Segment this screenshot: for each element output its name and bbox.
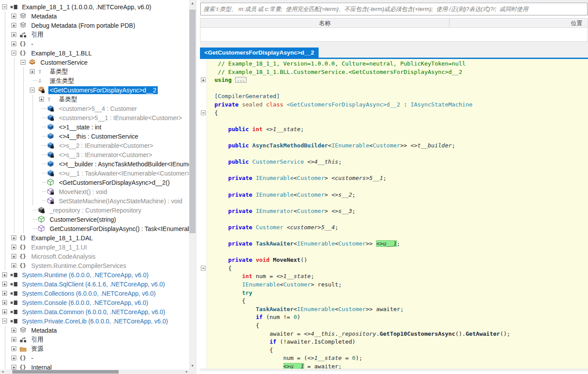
tree-row[interactable]: +{}- <box>1 39 189 48</box>
tree-row[interactable]: +Metadata <box>1 326 189 335</box>
expand-expander-icon[interactable]: + <box>2 291 7 296</box>
tree-row[interactable]: <>4__this : CustomerService <box>1 132 189 141</box>
code-editor[interactable]: // Example_18_1_1, Version=1.0.0.0, Cult… <box>200 59 588 369</box>
assembly-tree[interactable]: −Example_18_1_1 (1.0.0.0, .NETCoreApp, v… <box>0 0 189 370</box>
scroll-left-icon[interactable]: ◄ <box>0 370 5 374</box>
code-token: try <box>242 290 252 296</box>
tree-guide-line <box>1 178 10 187</box>
expand-expander-icon[interactable]: + <box>11 32 16 37</box>
collapse-expander-icon[interactable]: − <box>11 51 16 55</box>
tree-row[interactable]: <customers>5__1 : IEnumerable<Customer> <box>1 113 189 122</box>
search-input[interactable] <box>200 3 588 15</box>
tree-row[interactable]: +引用 <box>1 335 189 344</box>
tree-row[interactable]: +System.Runtime (6.0.0.0, .NETCoreApp, v… <box>1 270 189 279</box>
tree-row[interactable]: <customer>5__4 : Customer <box>1 104 189 113</box>
tree-row[interactable]: +{}Internal <box>1 363 189 370</box>
tree-guide-line <box>1 30 10 39</box>
expand-expander-icon[interactable]: + <box>2 309 7 314</box>
expand-expander-icon[interactable]: + <box>11 328 16 333</box>
fold-expand-icon[interactable]: + <box>201 77 206 82</box>
code-horizontal-scrollbar[interactable] <box>200 369 588 371</box>
tree-row[interactable]: +资源 <box>1 344 189 353</box>
tree-row[interactable]: +System.Data.SqlClient (4.6.1.6, .NETCor… <box>1 279 189 289</box>
tree-row[interactable]: +System.Collections (6.0.0.0, .NETCoreAp… <box>1 289 189 298</box>
tree-guide-line <box>1 159 10 169</box>
tree-row[interactable]: +System.Console (6.0.0.0, .NETCoreApp, v… <box>1 298 189 307</box>
scroll-down-icon[interactable]: ▼ <box>189 363 196 370</box>
tree-row[interactable]: MoveNext() : void <box>1 187 189 196</box>
tree-hscroll-thumb[interactable] <box>12 370 119 374</box>
column-header-location[interactable]: 位置 <box>450 18 588 27</box>
expand-expander-icon[interactable]: + <box>11 254 16 259</box>
expand-expander-icon[interactable]: + <box>11 245 16 249</box>
tree-row[interactable]: _repository : CustomerRepository <box>1 205 189 215</box>
tree-vscroll-thumb[interactable] <box>189 10 196 233</box>
tree-row[interactable]: +Debug Metadata (From portable PDB) <box>1 21 189 30</box>
tree-row[interactable]: −{}Example_18_1_1.BLL <box>1 48 189 58</box>
collapse-expander-icon[interactable]: − <box>30 88 35 92</box>
tree-row[interactable]: <>s__2 : IEnumerable<Customer> <box>1 141 189 150</box>
fold-collapse-icon[interactable]: − <box>201 266 206 271</box>
tab-getcustomersfordisplayasync[interactable]: <GetCustomersForDisplayAsync>d__2 <box>200 48 319 58</box>
tree-row[interactable]: −Example_18_1_1 (1.0.0.0, .NETCoreApp, v… <box>1 2 189 11</box>
tree-row[interactable]: SetStateMachine(IAsyncStateMachine) : vo… <box>1 196 189 205</box>
expand-expander-icon[interactable]: + <box>11 337 16 342</box>
tree-row[interactable]: −<GetCustomersForDisplayAsync>d__2 <box>1 85 189 95</box>
expand-expander-icon[interactable]: + <box>11 365 16 370</box>
tree-row[interactable]: +{}System.Runtime.CompilerServices <box>1 261 189 270</box>
tree-row[interactable]: +Metadata <box>1 11 189 21</box>
search-results-list[interactable] <box>200 28 588 41</box>
expand-expander-icon[interactable]: + <box>39 97 44 102</box>
tree-guide-line <box>19 187 29 196</box>
code-token: Customer <box>338 240 366 247</box>
expand-expander-icon[interactable]: + <box>11 356 16 360</box>
collapsed-region-box[interactable]: ... <box>235 77 247 83</box>
scroll-right-icon[interactable]: ► <box>184 370 189 374</box>
expand-expander-icon[interactable]: + <box>11 14 16 18</box>
expand-expander-icon[interactable]: + <box>2 282 7 286</box>
tree-row[interactable]: <>s__3 : IEnumerator<Customer> <box>1 150 189 159</box>
tree-row[interactable]: +{}Example_18_1_1.UI <box>1 242 189 252</box>
tree-guide-line <box>1 215 10 224</box>
tree-row[interactable]: CustomerService(string) <box>1 215 189 224</box>
tree-row[interactable]: <>t__builder : AsyncTaskMethodBuilder<IE… <box>1 159 189 169</box>
code-line: if (!awaiter.IsCompleted) <box>200 338 588 346</box>
collapse-expander-icon[interactable]: − <box>2 319 7 323</box>
tree-row[interactable]: +{}Example_18_1_1.DAL <box>1 233 189 242</box>
tree-guide-line <box>19 85 29 95</box>
expand-expander-icon[interactable]: + <box>11 235 16 240</box>
expand-expander-icon[interactable]: + <box>2 272 7 277</box>
code-token: num = <box>252 273 276 279</box>
tree-vertical-scrollbar[interactable]: ▲ ▼ <box>189 0 196 370</box>
tree-row[interactable]: ⇩派生类型 <box>1 76 189 85</box>
expand-expander-icon[interactable]: + <box>11 346 16 351</box>
tree-row[interactable]: <>1__state : int <box>1 122 189 132</box>
fold-collapse-icon[interactable]: − <box>201 110 206 115</box>
tree-row[interactable]: +{}Microsoft.CodeAnalysis <box>1 252 189 261</box>
tree-row[interactable]: +⇧基类型 <box>1 67 189 76</box>
expand-expander-icon[interactable]: + <box>11 41 16 46</box>
expand-expander-icon[interactable]: + <box>2 300 7 305</box>
column-header-name[interactable]: 名称 <box>200 18 450 27</box>
code-token <box>214 273 242 279</box>
expand-expander-icon[interactable]: + <box>30 69 35 74</box>
tree-horizontal-scrollbar[interactable]: ◄ ► <box>0 370 196 374</box>
expand-expander-icon[interactable]: + <box>11 23 16 28</box>
tree-row[interactable]: <GetCustomersForDisplayAsync>d__2() <box>1 178 189 187</box>
tree-row[interactable]: +{}- <box>1 353 189 363</box>
tree-row[interactable]: −CustomerService <box>1 58 189 67</box>
scroll-up-icon[interactable]: ▲ <box>189 0 196 7</box>
expand-expander-icon[interactable]: + <box>11 263 16 268</box>
tree-row[interactable]: −System.Private.CoreLib (6.0.0.0, .NETCo… <box>1 316 189 326</box>
collapse-expander-icon[interactable]: − <box>2 4 7 9</box>
collapse-expander-icon[interactable]: − <box>21 60 25 65</box>
field-lock-icon <box>47 142 58 149</box>
tree-row[interactable]: GetCustomersForDisplayAsync() : Task<IEn… <box>1 224 189 233</box>
tree-row[interactable]: +⇧基类型 <box>1 95 189 104</box>
tree-row[interactable]: <>u__1 : TaskAwaiter<IEnumerable<Custome… <box>1 169 189 178</box>
tree-guide-line <box>1 187 10 196</box>
tree-row[interactable]: +System.Data.Common (6.0.0.0, .NETCoreAp… <box>1 307 189 316</box>
tree-row[interactable]: +引用 <box>1 30 189 39</box>
code-token: int <box>242 273 252 279</box>
tree-guide-line <box>10 169 19 178</box>
